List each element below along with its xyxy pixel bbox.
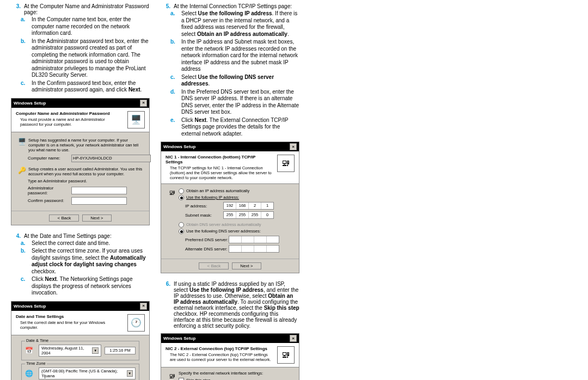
t: . [208,81,210,87]
sub-text: In the Preferred DNS server text box, en… [181,89,299,116]
radio-use-ip[interactable]: Use the following IP address: [179,195,292,200]
dialog-title-text: Windows Setup [163,336,195,341]
step-5c: c. Select Use the following DNS server a… [161,74,299,88]
time-input[interactable]: 1:25:16 PM [105,347,136,354]
page-root: 3. At the Computer Name and Administrato… [0,0,588,380]
sub-text: Select Use the following DNS server addr… [181,74,299,88]
b: Use the following IP address [198,10,272,16]
info-line: 🖥️ Setup has suggested a name for your c… [18,138,143,152]
t: . [287,31,289,37]
step-3b: b. In the Administrator password text bo… [11,38,150,79]
sub-letter: c. [11,80,32,86]
step-text: At the Internal Connection TCP/IP Settin… [174,3,299,9]
monitor-icon: 🖥️ [127,111,145,128]
dialog-titlebar: Windows Setup × [11,99,149,108]
sub-letter: b. [161,39,181,45]
dialog-titlebar: Windows Setup × [161,142,299,151]
ip-seg: 192 [224,203,236,209]
step-3c: c. In the Confirm password text box, ent… [11,80,150,94]
checkbox-icon [179,378,184,380]
sub-letter: b. [11,38,32,44]
subnet-input[interactable]: 255 255 255 0 [223,211,274,219]
group-title: Time Zone [25,361,47,366]
sub-letter: d. [161,89,181,95]
close-icon[interactable]: × [290,143,297,150]
t: Select [181,10,198,16]
ip-seg: 255 [224,212,236,218]
sub-text: Select the correct date and time. [32,240,150,247]
back-button[interactable]: < Back [49,214,79,222]
close-icon[interactable]: × [140,303,147,310]
dialog-body: Date & Time 📅 Wednesday, August 11, 2004… [11,335,149,381]
bold-fragment: Next [128,87,140,93]
dialog-body: 🖥️ Setup has suggested a name for your c… [11,132,149,209]
calendar-icon: 📅 [25,346,33,355]
group-title: Date & Time [25,338,50,343]
dialog-nic2: Windows Setup × NIC 2 - External Connect… [161,333,299,380]
adns-input[interactable] [229,245,279,253]
nic-icon: 🖳 [168,372,176,380]
dialog-header-text: Computer Name and Administrator Password… [16,111,123,127]
close-icon[interactable]: × [140,100,147,107]
admin-password-input[interactable] [71,187,127,194]
radio-obtain-dns: Obtain DNS server address automatically [179,222,292,228]
header-title: NIC 1 - Internal Connection (bottom) TCP… [166,155,273,164]
sub-text: In the Confirm password text box, enter … [32,80,150,94]
sub-letter: a. [11,240,32,246]
dialog-computer-name: Windows Setup × Computer Name and Admini… [11,98,150,225]
network-icon: 🖳 [277,346,295,364]
b: Obtain an IP address automatically [197,31,287,37]
header-subtitle: The TCP/IP settings for NIC 1 - Internal… [166,166,273,180]
back-button[interactable]: < Back [199,262,229,269]
sub-letter: c. [11,276,32,282]
t: checkbox. HP recommends configuring this… [174,311,297,329]
body-content: Obtain an IP address automatically Use t… [179,187,292,254]
b: Use the following IP address [189,287,264,293]
dialog-titlebar: Windows Setup × [161,334,299,343]
step-5d: d. In the Preferred DNS server text box,… [161,89,299,116]
close-icon[interactable]: × [290,335,297,342]
body-inner: 🖳 Obtain an IP address automatically Use… [168,187,292,254]
computer-name-row: Computer name: HP-6YXJV6HOLDCD [18,155,143,162]
radio-use-dns[interactable]: Use the following DNS server addresses: [179,229,292,234]
sub-letter: b. [11,248,32,254]
text-fragment: In the Confirm password text box, enter … [32,80,136,93]
info-line: Type an Administrator password. [18,179,143,183]
b: Skip this step [264,305,299,311]
dialog-buttons: < Back Next > [11,211,149,225]
sub-text: Click Next. The Networking Settings page… [32,276,150,297]
computer-name-input[interactable]: HP-6YXJV6HOLDCD [71,155,151,162]
radio-obtain-ip[interactable]: Obtain an IP address automatically [179,188,292,194]
step-number: 6. [161,281,174,287]
ip-input[interactable]: 192 168 2 1 [223,202,274,210]
text-fragment: checkbox. [32,268,56,274]
step-number: 3. [11,3,24,9]
text: Setup creates a user account called Admi… [28,167,143,176]
date-select[interactable]: Wednesday, August 11, 2004 ▼ [39,345,101,357]
next-button[interactable]: Next > [232,262,261,269]
sub-text: Select Use the following IP address. If … [181,10,299,38]
confirm-password-input[interactable] [71,197,127,205]
skip-checkbox[interactable]: Skip this step [179,378,292,380]
step-text: At the Computer Name and Administrator P… [24,3,150,15]
sub-text: Click Next. The External Connection TCP/… [181,117,299,138]
globe-icon: 🌐 [25,369,33,378]
dialog-title-text: Windows Setup [14,304,46,309]
tz-value: (GMT-08:00) Pacific Time (US & Canada); … [41,369,127,378]
next-button[interactable]: Next > [82,214,111,222]
admin-password-row: Administrator password: [18,186,143,195]
sub-letter: e. [161,117,181,123]
dialog-header: Date and Time Settings Set the correct d… [11,311,149,335]
intro-text: Specify the external network interface s… [179,371,292,376]
column-left: 3. At the Computer Name and Administrato… [11,3,150,380]
timezone-select[interactable]: (GMT-08:00) Pacific Time (US & Canada); … [39,367,136,379]
step-number: 4. [11,233,24,239]
info-line: 🔑 Setup creates a user account called Ad… [18,167,143,176]
pdns-input[interactable] [229,236,279,243]
label: Subnet mask: [179,213,223,218]
header-title: Computer Name and Administrator Password [16,111,123,116]
step-3a: a. In the Computer name text box, enter … [11,16,150,37]
label: Obtain an IP address automatically [186,188,249,193]
label: Use the following IP address: [186,195,239,200]
radio-icon [179,195,184,200]
